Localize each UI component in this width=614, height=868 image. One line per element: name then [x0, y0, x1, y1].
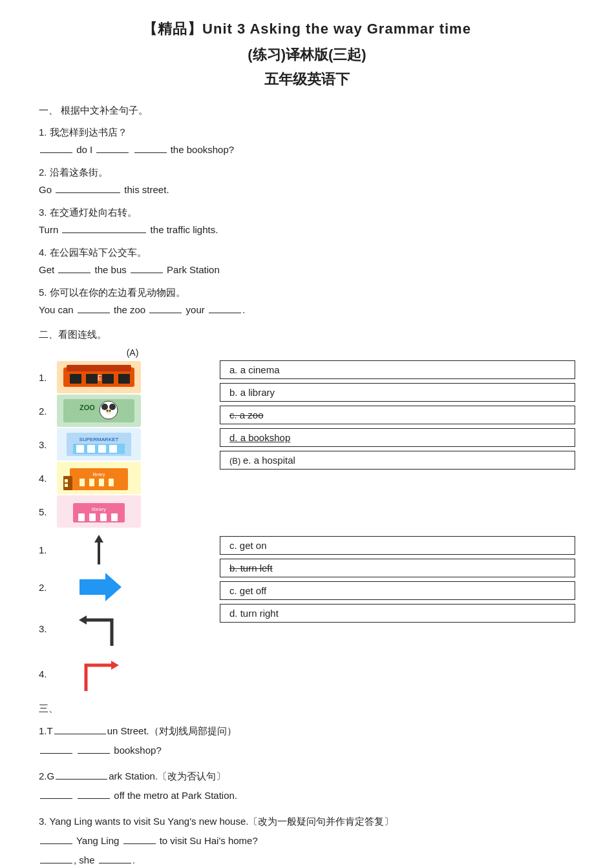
section3-q2: 2.Gark Station.〔改为否认句〕 off the metro at …	[39, 767, 575, 805]
svg-rect-7	[63, 399, 134, 422]
answer-a-zoo: c. a zoo	[220, 406, 575, 424]
svg-rect-20	[98, 445, 106, 453]
turn-right-arrow	[57, 651, 141, 696]
svg-rect-37	[111, 513, 118, 521]
part-a-right: a. a cinema b. a library c. a zoo d. a b…	[220, 347, 575, 528]
q5-chinese: 5. 你可以在你的左边看见动物园。	[39, 284, 575, 301]
list-item: 3. SUPERMARKET	[39, 428, 213, 461]
list-item: 4. library	[39, 461, 213, 495]
q4-chinese: 4. 在公园车站下公交车。	[39, 243, 575, 261]
part-a-row: (A) 1. CINEMA 2.	[39, 347, 575, 528]
svg-text:SUPERMARKET: SUPERMARKET	[79, 437, 119, 442]
svg-text:ZOO: ZOO	[79, 404, 95, 411]
answer-a-cinema: a. a cinema	[220, 360, 575, 379]
answer-b-geton: c. get on	[220, 536, 575, 555]
list-item: 1.	[39, 531, 213, 568]
svg-rect-25	[79, 479, 85, 486]
svg-marker-41	[79, 615, 87, 625]
q5-line: You can the zoo your .	[39, 301, 575, 318]
turn-left-arrow	[57, 606, 141, 651]
section1-header: 一、 根据中文补全句子。	[39, 105, 575, 117]
subtitle2: 五年级英语下	[39, 70, 575, 89]
bookshop-image: SUPERMARKET	[57, 428, 141, 460]
svg-marker-40	[79, 573, 122, 601]
q3-1-line: bookshop?	[39, 741, 575, 760]
svg-point-11	[109, 404, 116, 410]
question-5: 5. 你可以在你的左边看见动物园。 You can the zoo your .	[39, 284, 575, 318]
cinema-image: CINEMA	[57, 361, 141, 393]
q3-chinese: 3. 在交通灯处向右转。	[39, 203, 575, 221]
svg-rect-30	[65, 479, 68, 482]
svg-rect-19	[87, 445, 95, 453]
svg-rect-31	[65, 484, 68, 487]
q3-3-line1: Yang Ling to visit Su Hai's home?	[39, 831, 575, 851]
answer-b-getoff: c. get off	[220, 581, 575, 600]
svg-point-13	[107, 410, 109, 412]
list-item: 3.	[39, 606, 213, 651]
svg-rect-3	[70, 374, 81, 384]
question-1: 1. 我怎样到达书店？ do I the bookshop?	[39, 123, 575, 158]
svg-point-10	[101, 404, 108, 410]
section3-q3: 3. Yang Ling wants to visit Su Yang's ne…	[39, 812, 575, 868]
q3-2-text: 2.Gark Station.〔改为否认句〕	[39, 767, 575, 786]
question-2: 2. 沿着这条街。 Go this street.	[39, 163, 575, 198]
svg-text:library: library	[92, 506, 106, 512]
svg-rect-6	[118, 374, 130, 384]
q3-2-line: off the metro at Park Station.	[39, 786, 575, 805]
subtitle: (练习)译林版(三起)	[39, 45, 575, 65]
svg-rect-29	[63, 476, 72, 490]
part-a-left: (A) 1. CINEMA 2.	[39, 347, 213, 528]
svg-marker-42	[111, 661, 119, 670]
list-item: 2.	[39, 568, 213, 606]
part-a-label: (A)	[52, 347, 213, 358]
svg-rect-1	[67, 365, 131, 371]
svg-rect-5	[102, 374, 114, 384]
hospital-image: library	[57, 462, 141, 494]
q2-line: Go this street.	[39, 181, 575, 198]
list-item: 2. ZOO	[39, 394, 213, 428]
q3-1-text: 1.Tun Street.（对划线局部提问）	[39, 721, 575, 741]
answer-a-bookshop: d. a bookshop	[220, 428, 575, 447]
svg-rect-18	[76, 445, 84, 453]
q4-line: Get the bus Park Station	[39, 261, 575, 278]
svg-marker-39	[94, 535, 103, 542]
q3-3-line2: , she .	[39, 851, 575, 868]
straight-arrow	[57, 531, 141, 568]
q1-line: do I the bookshop?	[39, 141, 575, 158]
question-3: 3. 在交通灯处向右转。 Turn the traffic lights.	[39, 203, 575, 238]
svg-rect-35	[89, 513, 96, 521]
q1-chinese: 1. 我怎样到达书店？	[39, 123, 575, 141]
right-arrow	[57, 568, 141, 606]
section3-q1: 1.Tun Street.（对划线局部提问） bookshop?	[39, 721, 575, 760]
part-b-row: 1. 2.	[39, 531, 575, 696]
section2-header: 二、看图连线。	[39, 329, 575, 341]
part-b-left: 1. 2.	[39, 531, 213, 696]
svg-text:library: library	[92, 472, 105, 477]
zoo-image: ZOO	[57, 395, 141, 427]
svg-rect-21	[109, 445, 117, 453]
svg-rect-27	[99, 479, 104, 486]
list-item: 1. CINEMA	[39, 360, 213, 394]
answer-a-library: b. a library	[220, 383, 575, 402]
list-item: 5. library	[39, 495, 213, 528]
svg-rect-26	[89, 479, 94, 486]
svg-rect-36	[100, 513, 107, 521]
q2-chinese: 2. 沿着这条街。	[39, 163, 575, 181]
part-b-inline-label: (B)	[229, 456, 243, 466]
svg-rect-28	[109, 479, 114, 486]
svg-rect-4	[86, 374, 98, 384]
question-4: 4. 在公园车站下公交车。 Get the bus Park Station	[39, 243, 575, 278]
q3-3-text: 3. Yang Ling wants to visit Su Yang's ne…	[39, 812, 575, 831]
answer-a-hospital: (B) e. a hospital	[220, 451, 575, 470]
list-item: 4.	[39, 651, 213, 696]
answer-b-turnright: d. turn right	[220, 604, 575, 623]
q3-line: Turn the traffic lights.	[39, 221, 575, 238]
answer-b-turnleft: b. turn left	[220, 559, 575, 577]
library-image: library	[57, 495, 141, 528]
page-title: 【精品】Unit 3 Asking the way Grammar time	[39, 19, 575, 39]
part-b-right: c. get on b. turn left c. get off d. tur…	[220, 531, 575, 696]
svg-rect-34	[78, 513, 85, 521]
section2-wrapper: (A) 1. CINEMA 2.	[39, 347, 575, 696]
section3-header: 三、	[39, 703, 575, 715]
svg-point-14	[109, 410, 111, 412]
